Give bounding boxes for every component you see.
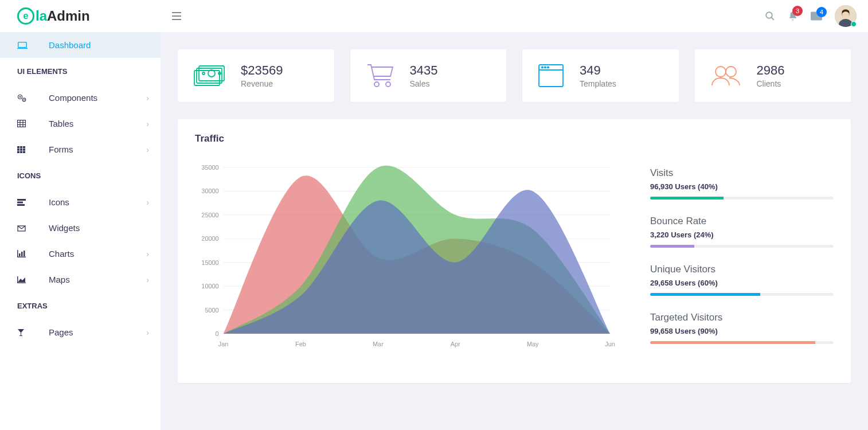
svg-text:May: May: [527, 341, 539, 347]
traffic-title: Traffic: [195, 133, 834, 144]
svg-point-43: [715, 67, 726, 77]
svg-rect-28: [24, 251, 25, 256]
messages-button[interactable]: 4: [811, 11, 822, 21]
browser-icon: [538, 64, 564, 87]
chevron-right-icon: ›: [146, 275, 149, 284]
progress-bar: [650, 245, 834, 248]
svg-rect-29: [17, 276, 18, 283]
stat-label: Sales: [410, 79, 438, 88]
sidebar-item-forms[interactable]: Forms ›: [0, 136, 161, 162]
sidebar-item-label: Pages: [49, 327, 146, 337]
chevron-right-icon: ›: [146, 93, 149, 103]
messages-badge: 4: [816, 7, 827, 17]
sidebar-item-pages[interactable]: Pages ›: [0, 319, 161, 345]
svg-text:15000: 15000: [201, 259, 218, 266]
svg-rect-22: [17, 204, 25, 206]
chevron-right-icon: ›: [146, 198, 149, 207]
svg-point-35: [202, 72, 205, 75]
money-icon: [194, 65, 225, 86]
svg-rect-30: [17, 282, 26, 283]
sidebar-item-maps[interactable]: Maps ›: [0, 267, 161, 292]
sidebar-item-tables[interactable]: Tables ›: [0, 111, 161, 136]
progress-fill: [650, 245, 694, 248]
progress-title: Visits: [650, 167, 834, 179]
progress-unique: Unique Visitors 29,658 Users (60%): [650, 264, 834, 296]
bar-chart-icon: [17, 250, 26, 257]
svg-rect-21: [17, 201, 23, 203]
stat-label: Revenue: [241, 79, 283, 88]
glass-icon: [17, 329, 25, 337]
progress-title: Unique Visitors: [650, 264, 834, 275]
svg-point-44: [726, 67, 736, 77]
svg-text:25000: 25000: [201, 212, 218, 218]
svg-point-41: [545, 67, 546, 68]
progress-fill: [650, 341, 815, 344]
sidebar-item-dashboard[interactable]: Dashboard: [0, 32, 161, 58]
svg-text:Feb: Feb: [295, 341, 306, 347]
sidebar-section-ui-elements: UI ELEMENTS: [0, 58, 161, 85]
svg-rect-11: [17, 146, 19, 148]
search-button[interactable]: [765, 11, 775, 21]
table-icon: [17, 120, 26, 127]
logo[interactable]: elaAdmin: [0, 7, 161, 25]
sidebar-item-components[interactable]: Components ›: [0, 85, 161, 111]
stat-value: 3435: [410, 63, 438, 78]
svg-point-40: [542, 67, 543, 68]
svg-point-42: [548, 67, 549, 68]
progress-sub: 29,658 Users (60%): [650, 279, 834, 287]
svg-text:Apr: Apr: [451, 341, 460, 347]
hamburger-icon: [172, 12, 181, 20]
sidebar-item-icons[interactable]: Icons ›: [0, 189, 161, 215]
progress-fill: [650, 293, 760, 296]
sidebar-item-label: Components: [49, 93, 146, 103]
progress-bar: [650, 197, 834, 200]
progress-title: Bounce Rate: [650, 216, 834, 227]
progress-visits: Visits 96,930 Users (40%): [650, 167, 834, 200]
cart-icon: [366, 64, 394, 88]
svg-point-37: [374, 82, 379, 87]
stat-card-revenue: $23569 Revenue: [178, 49, 334, 102]
svg-rect-14: [17, 148, 19, 151]
notifications-button[interactable]: 3: [788, 10, 798, 22]
svg-text:30000: 30000: [201, 187, 218, 194]
svg-text:Jan: Jan: [218, 341, 229, 347]
user-menu[interactable]: [835, 5, 857, 27]
sidebar-item-widgets[interactable]: Widgets: [0, 215, 161, 241]
logo-text-admin: Admin: [47, 8, 90, 24]
traffic-card: Traffic 05000100001500020000250003000035…: [178, 119, 851, 383]
svg-rect-27: [21, 252, 23, 256]
sidebar: Dashboard UI ELEMENTS Components › Table…: [0, 32, 161, 400]
users-icon: [711, 65, 741, 86]
svg-rect-5: [18, 42, 26, 47]
progress-fill: [650, 197, 724, 200]
status-dot-icon: [851, 21, 857, 27]
svg-text:Mar: Mar: [373, 341, 384, 347]
svg-point-7: [19, 96, 21, 97]
progress-bar: [650, 293, 834, 296]
sidebar-item-label: Widgets: [49, 223, 149, 233]
chevron-right-icon: ›: [146, 328, 149, 337]
progress-bar: [650, 341, 834, 344]
progress-sub: 96,930 Users (40%): [650, 182, 834, 191]
cogs-icon: [17, 94, 26, 102]
svg-rect-15: [20, 148, 22, 151]
stat-card-clients: 2986 Clients: [695, 49, 851, 102]
svg-rect-25: [17, 257, 26, 258]
stat-label: Clients: [757, 79, 785, 88]
laptop-icon: [17, 41, 28, 49]
svg-point-38: [386, 82, 390, 87]
svg-rect-10: [18, 120, 26, 127]
stat-label: Templates: [580, 79, 616, 88]
sidebar-item-charts[interactable]: Charts ›: [0, 241, 161, 267]
menu-toggle-button[interactable]: [161, 12, 193, 20]
envelope-open-icon: [17, 224, 26, 232]
traffic-area-chart: 05000100001500020000250003000035000JanFe…: [195, 162, 616, 351]
sidebar-section-extras: EXTRAS: [0, 292, 161, 319]
svg-rect-26: [19, 253, 21, 256]
progress-sub: 3,220 Users (24%): [650, 230, 834, 239]
svg-text:10000: 10000: [201, 283, 218, 290]
svg-rect-24: [17, 250, 18, 257]
sidebar-item-label: Charts: [49, 249, 146, 259]
svg-rect-12: [20, 146, 22, 148]
logo-mark-icon: e: [17, 7, 34, 25]
